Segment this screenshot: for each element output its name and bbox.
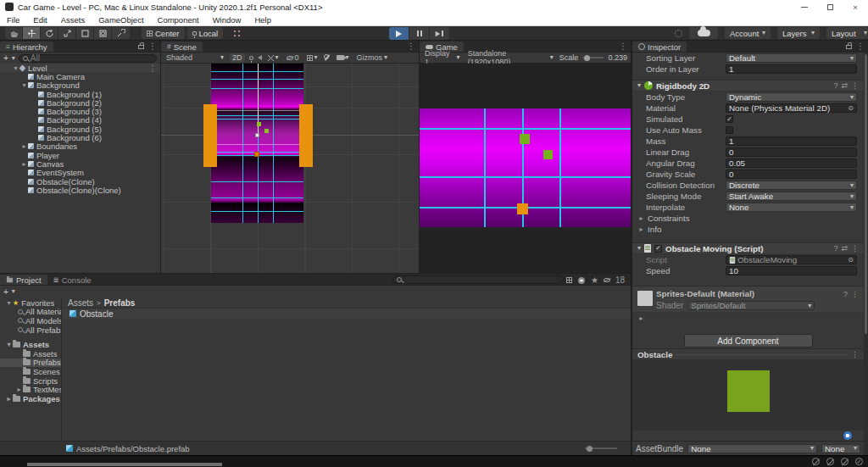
thumbnail-size-slider[interactable] (585, 448, 617, 449)
body-type-dropdown[interactable]: Dynamic▾ (726, 92, 857, 102)
effects-dropdown[interactable]: ▾ (266, 54, 281, 61)
gravity-scale-field[interactable]: 0 (726, 170, 857, 179)
presets-icon[interactable]: ⇄ (841, 244, 848, 253)
sorting-layer-dropdown[interactable]: Default▾ (726, 53, 857, 63)
lock-icon[interactable] (138, 45, 144, 49)
help-icon[interactable]: ? (843, 290, 848, 298)
hierarchy-item-background[interactable]: ▾Background (0, 81, 160, 90)
rotation-toggle-button[interactable]: Local (187, 27, 224, 39)
menu-file[interactable]: File (0, 14, 26, 26)
more-icon[interactable]: ⋮ (851, 244, 859, 253)
hierarchy-item-background-4[interactable]: Background (4) (0, 116, 160, 125)
rotate-tool-button[interactable] (41, 27, 58, 39)
simulated-checkbox[interactable]: ✓ (726, 115, 733, 123)
tree-folder-prefabs[interactable]: Prefabs (0, 359, 61, 368)
chevron-down-icon[interactable]: ▾ (12, 55, 15, 62)
scrollbar-thumb[interactable] (865, 54, 867, 334)
hierarchy-item-canvas[interactable]: ▸Canvas (0, 159, 160, 168)
more-icon[interactable]: ⋮ (856, 42, 865, 51)
tree-folder-scripts[interactable]: Scripts (0, 376, 61, 386)
material-foldout[interactable]: ▸ (632, 313, 864, 324)
foldout-icon[interactable]: ▸ (15, 386, 23, 393)
breadcrumb-root[interactable]: Assets (68, 298, 93, 308)
more-icon[interactable]: ⋮ (148, 42, 157, 51)
help-icon[interactable]: ? (833, 244, 837, 253)
breadcrumb-current[interactable]: Prefabs (104, 298, 136, 308)
maximize-button[interactable] (817, 0, 843, 14)
tree-all-materials[interactable]: All Materia (0, 308, 61, 317)
more-icon[interactable]: ⋮ (851, 290, 859, 298)
gizmos-dropdown[interactable]: Gizmos▾ (355, 53, 390, 62)
tree-packages[interactable]: ▸Packages (0, 394, 61, 403)
audio-toggle-icon[interactable] (258, 55, 262, 60)
asset-labels-icon[interactable] (843, 431, 852, 440)
add-component-button[interactable]: Add Component (684, 334, 813, 347)
menu-edit[interactable]: Edit (26, 14, 53, 26)
create-button[interactable]: + (3, 287, 8, 297)
play-button[interactable] (389, 27, 409, 40)
more-icon[interactable]: ⋮ (851, 81, 859, 90)
component-tools-icon[interactable] (324, 54, 331, 61)
hierarchy-item-boundaries[interactable]: ▸Boundaries (0, 142, 160, 151)
create-button[interactable]: + (3, 53, 8, 63)
inspector-scrollbar[interactable] (864, 53, 868, 455)
hierarchy-item-background-3[interactable]: Background (3) (0, 107, 160, 115)
hierarchy-item-level[interactable]: ▾Level⋮ (0, 64, 160, 72)
script-object-field[interactable]: ObstacleMoving⊙ (726, 255, 857, 264)
tree-folder-scenes[interactable]: Scenes (0, 367, 61, 376)
menu-window[interactable]: Window (206, 14, 248, 26)
material-object-field[interactable]: None (Physics Material 2D)⊙ (726, 103, 857, 113)
tab-scene[interactable]: #Scene (161, 42, 203, 52)
tree-assets-root[interactable]: ▾Assets (0, 340, 61, 349)
foldout-icon[interactable]: ▸ (20, 142, 28, 150)
transform-tool-button[interactable] (94, 27, 112, 39)
scene-viewport[interactable] (161, 64, 419, 273)
asset-item-obstacle[interactable]: Obstacle (63, 309, 631, 319)
pause-button[interactable] (409, 27, 430, 40)
foldout-icon[interactable]: ▾ (637, 245, 641, 252)
object-picker-icon[interactable]: ⊙ (848, 105, 854, 112)
hierarchy-item-main-camera[interactable]: Main Camera (0, 72, 160, 81)
custom-tool-button[interactable] (112, 27, 130, 39)
scene-visibility-button[interactable]: 0 (285, 53, 301, 62)
constraints-foldout[interactable]: ▸Constraints (632, 213, 864, 224)
tree-all-prefabs[interactable]: All Prefabs (0, 325, 61, 335)
hierarchy-item-background-6[interactable]: Background (6) (0, 133, 160, 142)
hand-tool-button[interactable] (5, 27, 23, 39)
tab-console[interactable]: ≣Console (47, 275, 97, 285)
close-button[interactable]: × (843, 0, 868, 14)
foldout-icon[interactable]: ▾ (5, 299, 13, 307)
menu-assets[interactable]: Assets (54, 14, 92, 26)
menu-component[interactable]: Component (151, 14, 206, 26)
component-enabled-checkbox[interactable]: ✓ (654, 245, 662, 253)
pivot-toggle-button[interactable]: Center (142, 27, 185, 39)
tab-inspector[interactable]: Inspector (632, 42, 687, 52)
foldout-icon[interactable]: ▾ (5, 341, 13, 348)
object-picker-icon[interactable]: ⊙ (848, 257, 854, 264)
hierarchy-item-background-2[interactable]: Background (2) (0, 98, 160, 107)
more-icon[interactable]: ⋮ (149, 64, 158, 73)
shading-dropdown[interactable]: Shaded▾ (164, 53, 225, 62)
scale-tool-button[interactable] (58, 27, 76, 39)
package-filter-icon[interactable] (566, 277, 572, 283)
rigidbody2d-header[interactable]: ▾ Rigidbody 2D ? ⇄ ⋮ (632, 80, 864, 92)
cache-status-icon[interactable]: ✓ (855, 458, 863, 465)
project-search-input[interactable] (392, 275, 564, 284)
assetbundle-variant-dropdown[interactable]: None▾ (821, 444, 860, 453)
speed-field[interactable]: 10 (726, 266, 857, 275)
hierarchy-item-eventsystem[interactable]: EventSystem (0, 169, 160, 177)
use-auto-mass-checkbox[interactable] (726, 126, 733, 134)
more-icon[interactable]: ⋮ (619, 42, 627, 51)
lighting-toggle-icon[interactable] (249, 56, 253, 60)
hierarchy-search-input[interactable]: All (19, 54, 157, 63)
label-filter-icon[interactable] (578, 277, 585, 284)
more-icon[interactable]: ⋮ (407, 42, 415, 51)
tree-folder-textmesh[interactable]: ▸TextMesh (0, 385, 61, 394)
favorites-filter-icon[interactable]: ★ (591, 275, 598, 285)
linear-drag-field[interactable]: 0 (726, 147, 857, 157)
cloud-button[interactable] (689, 27, 718, 39)
foldout-icon[interactable]: ▸ (5, 395, 13, 403)
tab-hierarchy[interactable]: ≡Hierarchy (0, 42, 53, 52)
interpolate-dropdown[interactable]: None▾ (726, 203, 857, 212)
move-gizmo-handle[interactable] (255, 133, 259, 137)
